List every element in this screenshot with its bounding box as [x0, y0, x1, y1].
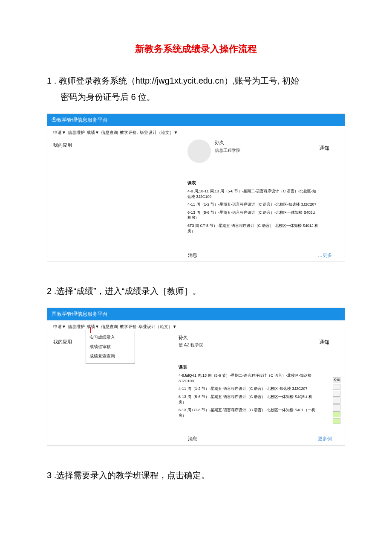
calendar-cell: 检期 [333, 377, 340, 383]
step-3: 3 .选择需要录入的教学班课程，点击确定。 [47, 467, 345, 483]
my-apps-label: 我的应用 [53, 331, 86, 421]
schedule-row: 6-13 周（5-6 节）-星期五-语言程序设计（C 语言）-北校区一体知楼 S… [187, 210, 319, 221]
step-1: 1 . 教师登录教务系统（http://jwg1xt.ycit.edu.cn）,… [47, 73, 345, 105]
user-name: 孙久 [179, 334, 319, 341]
step-2: 2 .选择“成绩”，进入“成绩录入［教师］。 [47, 283, 345, 299]
dropdown-item-audit[interactable]: 成绩咨审核 [89, 342, 131, 352]
menu-item-grades[interactable]: 成绩▼ [86, 130, 99, 136]
user-department: 信息工程学院 [215, 148, 240, 154]
platform-header: 国教学管理信息服务平台 [47, 308, 345, 320]
more-link[interactable]: 更多例 [318, 436, 332, 442]
menu-item-apply[interactable]: 申请▼ [53, 130, 66, 136]
message-heading: 消息 [188, 252, 197, 259]
menu-item-info-maint[interactable]: 信息维护 [68, 130, 85, 136]
calendar-cell [333, 384, 340, 390]
calendar-cell [333, 418, 340, 424]
more-link[interactable]: …更多 [318, 252, 332, 259]
screenshot-2: 国教学管理信息服务平台 申请▼信息维护成绩▼信息查询教学评价毕业设计（论文）▼ … [47, 308, 345, 446]
highlight-mark [90, 327, 96, 333]
menu-item-info-query[interactable]: 信息查询 [101, 130, 118, 136]
schedule-row: 4-11 周（1-2 节）-星期五-语言程序设计（C 语言）-北校区-知达楼 3… [187, 202, 319, 207]
user-department: 信 AZ 程学院 [179, 342, 319, 348]
schedule-row: 4-8 周,10-11 周,13 周（5-6 节）-星期二-语言程序设计（C 语… [187, 189, 319, 199]
menu-item-apply[interactable]: 申请▼ [53, 324, 66, 330]
menu-item-info-query[interactable]: 信息查询 [101, 324, 118, 330]
schedule-heading: 课表 [187, 180, 319, 186]
grades-dropdown: 实习成绩录入 成绩咨审核 成绩复查查询 [86, 330, 135, 364]
calendar-cell [333, 391, 340, 397]
menu-item-thesis[interactable]: 毕业设计（论文）▼ [140, 130, 178, 136]
mini-calendar: 检期 [333, 377, 340, 425]
schedule-row: 6-13 周 CT-8 节）-星期五-语言程序设计（C 语言）-北校区一体知楼 … [179, 407, 319, 418]
platform-header: ⑤教学管理信息服务平台 [47, 114, 345, 126]
notice-heading: 通知 [319, 137, 340, 236]
calendar-cell [333, 411, 340, 417]
dropdown-item-recheck[interactable]: 成绩复查查询 [89, 352, 131, 361]
schedule-row: 6T3 周 CT-8 节）-星期五-语言程序设计（C 语言）-北校区一体知楼 S… [187, 223, 319, 234]
menu-item-eval[interactable]: 教学评价. [120, 130, 138, 136]
schedule-heading: 课表 [179, 364, 319, 370]
menu-item-eval[interactable]: 教学评价 [120, 324, 137, 330]
step-1-line1: 1 . 教师登录教务系统（http://jwg1xt.ycit.edu.cn）,… [47, 76, 299, 85]
message-heading: 消息 [188, 436, 197, 442]
document-title: 新教务系统成绩录入操作流程 [47, 43, 345, 55]
menu-item-thesis[interactable]: 毕业设计（论文）▼ [138, 324, 177, 330]
dropdown-item-practice-entry[interactable]: 实习成绩录入 [89, 333, 131, 342]
step-1-line2: 密码为身份证号后 6 位。 [47, 89, 345, 105]
user-name: 孙久 [215, 139, 240, 146]
avatar [187, 139, 211, 163]
schedule-row: 4-8JalQ-I1 周,13 周（5-6 节）-星期二-语言程序设计（C 语言… [179, 373, 319, 384]
schedule-row: 4-11 周（1-2 节）-星期五-语言程序设计（C 语言）-北校区-知达楼 3… [179, 386, 319, 392]
schedule-row: 6-13 周（5-6 节）-星期五-语言程序设计（C 语言）-北校区一体知楼 S… [179, 394, 319, 405]
my-apps-label: 我的应用 [53, 137, 187, 236]
menu-item-info-maint[interactable]: 信息维护 [68, 324, 85, 330]
calendar-cell [333, 404, 340, 410]
calendar-cell [333, 398, 340, 404]
top-menu: 申请▼信息维护成绩▼信息查询教学评价.毕业设计（论文）▼ [47, 126, 345, 137]
screenshot-1: ⑤教学管理信息服务平台 申请▼信息维护成绩▼信息查询教学评价.毕业设计（论文）▼… [47, 113, 345, 262]
